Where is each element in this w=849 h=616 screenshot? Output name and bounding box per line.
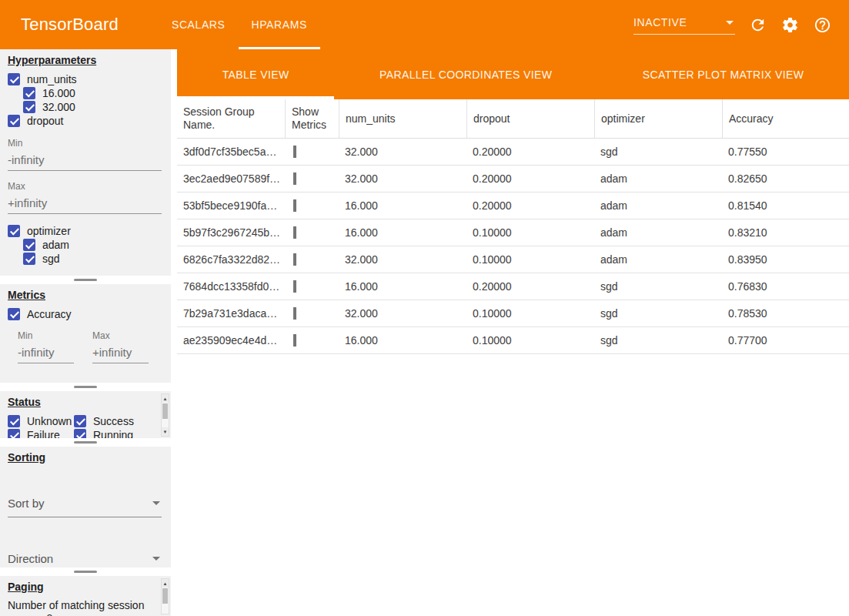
num-units-16-checkbox[interactable] bbox=[23, 87, 35, 99]
show-metrics-cell bbox=[285, 280, 339, 293]
show-metrics-cell bbox=[285, 253, 339, 266]
show-metrics-cell bbox=[285, 199, 339, 212]
accuracy-label: Accuracy bbox=[27, 308, 72, 320]
refresh-button[interactable] bbox=[747, 15, 767, 35]
show-metrics-checkbox[interactable] bbox=[293, 199, 296, 212]
show-metrics-checkbox[interactable] bbox=[293, 226, 296, 239]
show-metrics-checkbox[interactable] bbox=[293, 280, 296, 293]
status-running-checkbox[interactable] bbox=[74, 429, 86, 438]
num-units-16-label: 16.000 bbox=[42, 87, 75, 99]
num-units-value: 32.000 bbox=[339, 172, 466, 185]
direction-value: Direction bbox=[8, 552, 53, 565]
session-group-name: 5b97f3c2967245b… bbox=[177, 226, 285, 239]
app-title: TensorBoard bbox=[21, 0, 119, 49]
optimizer-value: adam bbox=[594, 199, 722, 212]
optimizer-sgd-checkbox[interactable] bbox=[23, 253, 35, 265]
settings-button[interactable] bbox=[780, 15, 800, 35]
num-units-value: 32.000 bbox=[339, 307, 466, 320]
hparams-main: TABLE VIEW PARALLEL COORDINATES VIEW SCA… bbox=[177, 49, 849, 616]
column-header-num-units[interactable]: num_units bbox=[339, 99, 466, 138]
table-header: Session Group Name. Show Metrics num_uni… bbox=[177, 99, 849, 139]
tab-parallel-coordinates-view[interactable]: PARALLEL COORDINATES VIEW bbox=[334, 49, 597, 99]
table-row: 6826c7fa3322d82… 32.000 0.10000 adam 0.8… bbox=[177, 246, 849, 273]
section-resize-handle[interactable] bbox=[74, 571, 97, 573]
section-metrics: Metrics Accuracy Min -infinity Max +infi… bbox=[0, 284, 171, 383]
optimizer-checkbox[interactable] bbox=[8, 225, 20, 237]
dropout-value: 0.10000 bbox=[466, 226, 594, 239]
table-row: 7b29a731e3daca… 32.000 0.10000 sgd 0.785… bbox=[177, 300, 849, 327]
dropout-value: 0.20000 bbox=[466, 172, 594, 185]
dropout-checkbox[interactable] bbox=[8, 115, 20, 127]
column-header-session-group-name[interactable]: Session Group Name. bbox=[177, 99, 285, 138]
table-row: ae235909ec4e4d… 16.000 0.10000 sgd 0.777… bbox=[177, 327, 849, 354]
direction-select[interactable]: Direction bbox=[8, 547, 162, 567]
status-scrollbar[interactable]: ▲ ▼ bbox=[161, 393, 169, 437]
accuracy-value: 0.82650 bbox=[722, 172, 849, 185]
reload-mode-select[interactable]: INACTIVE bbox=[633, 15, 735, 35]
optimizer-adam-checkbox[interactable] bbox=[23, 239, 35, 251]
num-units-32-checkbox[interactable] bbox=[23, 101, 35, 113]
scroll-up-icon[interactable]: ▲ bbox=[162, 394, 169, 403]
status-options: Unknown Success Failure Running bbox=[8, 414, 163, 438]
status-success-checkbox[interactable] bbox=[74, 415, 86, 427]
show-metrics-checkbox[interactable] bbox=[293, 172, 296, 185]
num-units-32-label: 32.000 bbox=[42, 101, 75, 113]
dropout-min-input[interactable]: -infinity bbox=[8, 149, 162, 171]
accuracy-min-max: Min -infinity Max +infinity bbox=[18, 330, 163, 363]
num-units-value: 16.000 bbox=[339, 334, 466, 346]
tab-scalars[interactable]: SCALARS bbox=[159, 0, 239, 49]
dropout-value: 0.20000 bbox=[466, 146, 594, 158]
section-resize-handle[interactable] bbox=[74, 279, 97, 281]
tab-table-view[interactable]: TABLE VIEW bbox=[177, 49, 334, 99]
help-button[interactable] bbox=[812, 15, 832, 35]
scrollbar-thumb[interactable] bbox=[162, 588, 168, 604]
accuracy-max-col: Max +infinity bbox=[92, 330, 149, 363]
show-metrics-checkbox[interactable] bbox=[293, 146, 296, 158]
section-resize-handle[interactable] bbox=[74, 441, 97, 444]
accuracy-value: 0.76830 bbox=[722, 280, 849, 293]
session-group-name: 7684dcc13358fd0… bbox=[177, 280, 285, 293]
chevron-down-icon bbox=[152, 501, 160, 505]
accuracy-max-input[interactable]: +infinity bbox=[92, 341, 149, 363]
column-header-dropout[interactable]: dropout bbox=[466, 99, 594, 138]
accuracy-max-label: Max bbox=[92, 330, 149, 341]
status-success-row: Success bbox=[74, 414, 151, 428]
show-metrics-checkbox[interactable] bbox=[293, 307, 296, 320]
dropout-max-input[interactable]: +infinity bbox=[8, 192, 162, 214]
num-units-value: 16.000 bbox=[339, 226, 466, 239]
optimizer-value: adam bbox=[594, 172, 722, 185]
optimizer-sgd-label: sgd bbox=[42, 253, 60, 265]
sort-by-select[interactable]: Sort by bbox=[8, 491, 162, 517]
paging-scrollbar[interactable]: ▲ bbox=[161, 578, 169, 614]
status-unknown-checkbox[interactable] bbox=[8, 415, 20, 427]
show-metrics-checkbox[interactable] bbox=[293, 334, 296, 346]
accuracy-min-input[interactable]: -infinity bbox=[18, 341, 74, 363]
status-failure-checkbox[interactable] bbox=[8, 429, 20, 438]
optimizer-value: sgd bbox=[594, 307, 722, 320]
status-failure-label: Failure bbox=[27, 429, 60, 438]
table-row: 5b97f3c2967245b… 16.000 0.10000 adam 0.8… bbox=[177, 219, 849, 246]
tab-hparams[interactable]: HPARAMS bbox=[239, 0, 320, 49]
hyperparameters-heading: Hyperparameters bbox=[8, 54, 163, 66]
paging-heading: Paging bbox=[8, 581, 163, 593]
dropout-value: 0.20000 bbox=[466, 199, 594, 212]
section-divider bbox=[0, 567, 171, 576]
column-header-show-metrics[interactable]: Show Metrics bbox=[285, 99, 339, 138]
accuracy-checkbox[interactable] bbox=[8, 308, 20, 320]
tab-scatter-plot-matrix-view[interactable]: SCATTER PLOT MATRIX VIEW bbox=[597, 49, 849, 99]
table-row: 3df0d7cf35bec5a… 32.000 0.20000 sgd 0.77… bbox=[177, 139, 849, 166]
scrollbar-thumb[interactable] bbox=[162, 403, 168, 419]
num-units-checkbox[interactable] bbox=[8, 73, 20, 85]
optimizer-value: sgd bbox=[594, 146, 722, 158]
scroll-up-icon[interactable]: ▲ bbox=[162, 579, 169, 588]
session-group-name: 53bf5bece9190fa… bbox=[177, 199, 285, 212]
optimizer-adam-row: adam bbox=[23, 238, 163, 252]
status-failure-row: Failure bbox=[8, 428, 74, 438]
num-units-value-32-row: 32.000 bbox=[23, 100, 163, 114]
scroll-down-icon[interactable]: ▼ bbox=[162, 427, 169, 436]
section-resize-handle[interactable] bbox=[74, 386, 97, 388]
show-metrics-checkbox[interactable] bbox=[293, 253, 296, 266]
column-header-optimizer[interactable]: optimizer bbox=[594, 99, 722, 138]
accuracy-value: 0.81540 bbox=[722, 199, 849, 212]
column-header-accuracy[interactable]: Accuracy bbox=[722, 99, 849, 138]
